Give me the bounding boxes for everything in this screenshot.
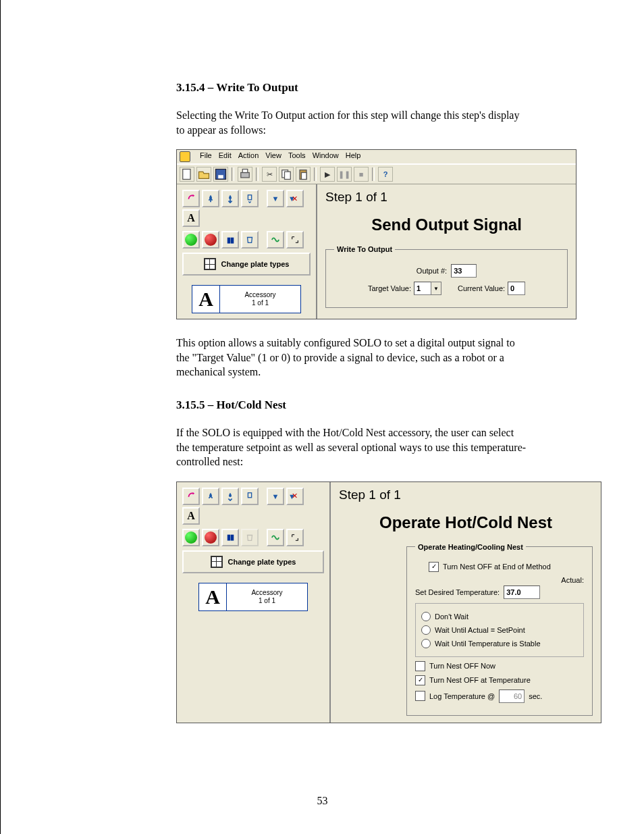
drop-down-icon[interactable] (221, 488, 239, 505)
section-heading-hot-cold-nest: 3.15.5 – Hot/Cold Nest (176, 398, 529, 412)
accessory-step-box[interactable]: A Accessory 1 of 1 (192, 285, 301, 313)
toolbar-sep (232, 167, 234, 181)
output-number-field[interactable] (451, 264, 477, 278)
spacer (261, 488, 265, 505)
toolbar-sep (314, 167, 317, 181)
spacer (261, 529, 265, 546)
svg-rect-10 (248, 493, 251, 498)
set-temp-field[interactable] (504, 585, 540, 599)
turn-off-end-checkbox[interactable]: ✓ (429, 562, 439, 572)
turn-off-now-label: Turn Nest OFF Now (429, 662, 495, 670)
target-value-combo[interactable]: ▼ (414, 282, 441, 295)
step-toolbar-row2: ▮▮ (182, 231, 311, 249)
section-heading-write-to-output: 3.15.4 – Write To Output (176, 81, 529, 95)
drop-down-icon[interactable] (221, 190, 239, 207)
curved-arrow-icon[interactable] (182, 190, 200, 207)
copy-icon[interactable] (279, 167, 294, 182)
accessory-button[interactable]: A (182, 209, 200, 227)
menu-bar: File Edit Action View Tools Window Help (177, 150, 576, 164)
panel-title: Send Output Signal (325, 215, 568, 234)
play-icon[interactable]: ▶ (320, 167, 335, 182)
paste-icon[interactable] (296, 167, 311, 182)
target-value-field[interactable] (414, 282, 431, 295)
dispense-icon[interactable] (241, 488, 259, 505)
change-plate-types-label: Change plate types (228, 558, 296, 566)
step-header: Step 1 of 1 (325, 188, 568, 209)
accessory-letter: A (192, 286, 220, 313)
left-pane: ▼ ▼✕ A ▮▮ (177, 482, 331, 723)
wave-icon[interactable] (267, 231, 284, 249)
new-file-icon[interactable] (180, 167, 194, 182)
accessory-line1: Accessory (251, 589, 282, 596)
svg-rect-6 (285, 172, 291, 179)
operate-nest-group: Operate Heating/Cooling Nest ✓ Turn Nest… (406, 543, 593, 716)
section1-para2: This option allows a suitably configured… (176, 336, 529, 380)
cut-icon[interactable]: ✂ (262, 167, 277, 182)
screenshot-write-to-output: File Edit Action View Tools Window Help … (176, 149, 576, 319)
turn-off-at-temp-label: Turn Nest OFF at Temperature (429, 676, 531, 684)
section2-para1: If the SOLO is equipped with the Hot/Col… (176, 425, 529, 469)
help-icon[interactable]: ? (378, 167, 393, 182)
stop-icon[interactable]: ■ (354, 167, 369, 182)
turn-off-end-label: Turn Nest OFF at End of Method (443, 563, 551, 571)
chevron-down-icon[interactable]: ▼ (431, 282, 441, 295)
turn-off-now-checkbox[interactable] (415, 661, 425, 671)
svg-rect-3 (241, 173, 250, 178)
dispense-icon[interactable] (241, 190, 259, 207)
pause-icon[interactable]: ❚❚ (337, 167, 352, 182)
turn-off-at-temp-checkbox[interactable]: ✓ (415, 675, 425, 685)
group-legend: Operate Heating/Cooling Nest (415, 543, 526, 551)
menu-view[interactable]: View (265, 151, 281, 162)
wave-icon[interactable] (267, 529, 284, 546)
menu-help[interactable]: Help (346, 151, 361, 162)
expand-icon[interactable] (286, 231, 304, 249)
menu-file[interactable]: File (200, 151, 212, 162)
filter-icon[interactable]: ▼ (267, 190, 284, 207)
radio-wait-stable[interactable] (421, 639, 431, 648)
filter-cancel-icon[interactable]: ▼✕ (286, 190, 304, 207)
pause-step-icon[interactable]: ▮▮ (221, 529, 239, 546)
radio-dont-wait[interactable] (421, 612, 431, 621)
screenshot-hot-cold-nest: ▼ ▼✕ A ▮▮ (176, 481, 601, 723)
drop-up-icon[interactable] (202, 190, 219, 207)
page-content: 3.15.4 – Write To Output Selecting the W… (176, 81, 529, 723)
log-temp-checkbox[interactable] (415, 691, 425, 701)
grid-icon (204, 258, 216, 270)
menu-window[interactable]: Window (313, 151, 339, 162)
open-file-icon[interactable] (196, 167, 211, 182)
menu-edit[interactable]: Edit (219, 151, 232, 162)
menu-tools[interactable]: Tools (288, 151, 306, 162)
expand-icon[interactable] (286, 529, 304, 546)
actual-label: Actual: (415, 576, 584, 584)
spacer (306, 488, 310, 505)
accessory-label: Accessory 1 of 1 (227, 586, 307, 608)
curved-arrow-icon[interactable] (182, 488, 200, 505)
filter-icon[interactable]: ▼ (267, 488, 284, 505)
wait-mode-group: Don't Wait Wait Until Actual = SetPoint … (415, 603, 584, 657)
loop-end-icon[interactable] (202, 231, 219, 249)
current-value-label: Current Value: (458, 284, 505, 292)
filter-cancel-icon[interactable]: ▼✕ (286, 488, 304, 505)
log-temp-unit: sec. (529, 692, 542, 700)
loop-end-icon[interactable] (202, 529, 219, 546)
save-icon[interactable] (213, 167, 228, 182)
print-icon[interactable] (238, 167, 252, 182)
change-plate-types-button[interactable]: Change plate types (182, 253, 311, 276)
radio-dont-wait-label: Don't Wait (435, 613, 468, 621)
accessory-button[interactable]: A (182, 507, 200, 525)
loop-start-icon[interactable] (182, 529, 200, 546)
bucket-icon[interactable] (241, 231, 259, 249)
group-legend: Write To Output (334, 245, 395, 253)
loop-start-icon[interactable] (182, 231, 200, 249)
accessory-step-box[interactable]: A Accessory 1 of 1 (198, 583, 308, 611)
menu-action[interactable]: Action (238, 151, 259, 162)
change-plate-types-label: Change plate types (221, 260, 290, 268)
pause-step-icon[interactable]: ▮▮ (221, 231, 239, 249)
change-plate-types-button[interactable]: Change plate types (182, 550, 324, 573)
radio-wait-setpoint[interactable] (421, 625, 431, 635)
drop-up-icon[interactable] (202, 488, 219, 505)
bucket-icon[interactable] (241, 529, 259, 546)
main-toolbar: ✂ ▶ ❚❚ ■ ? (177, 164, 576, 184)
accessory-label: Accessory 1 of 1 (220, 288, 300, 310)
svg-rect-4 (242, 170, 248, 173)
